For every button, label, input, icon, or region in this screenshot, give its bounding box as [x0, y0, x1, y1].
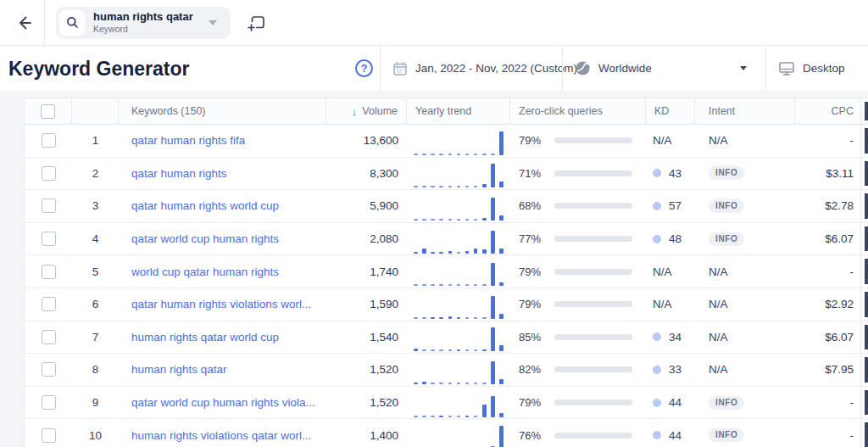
yearly-trend-cell [407, 190, 510, 222]
location-selector[interactable]: Worldwide [562, 46, 765, 91]
keyword-link[interactable]: qatar human rights world cup [131, 199, 279, 212]
keyword-link[interactable]: qatar human rights fifa [131, 134, 245, 147]
cutoff-column [861, 125, 868, 157]
table-row: 8human rights qatar1,52082%33N/A$7.95 [25, 354, 868, 387]
intent-column-header[interactable]: Intent [695, 98, 795, 124]
table-row: 9qatar world cup human rights viola...1,… [25, 387, 868, 420]
cpc-value: $2.92 [795, 288, 861, 321]
trend-bar [465, 317, 470, 319]
back-button[interactable] [7, 6, 41, 40]
row-checkbox[interactable] [42, 297, 56, 311]
trend-bar [439, 317, 443, 319]
volume-value: 8,300 [326, 158, 407, 190]
keyword-link[interactable]: qatar human rights violations worl... [131, 298, 311, 310]
date-range-selector[interactable]: Jan, 2022 - Nov, 2022 (Custom) [380, 46, 562, 91]
device-selector[interactable]: Desktop [765, 46, 868, 91]
trend-bar [439, 154, 443, 155]
volume-value: 5,900 [326, 190, 407, 222]
trend-bar [457, 252, 461, 254]
table-body: 1qatar human rights fifa13,60079%N/AN/A-… [25, 125, 868, 447]
row-checkbox[interactable] [42, 265, 56, 279]
zero-click-cell: 77% [510, 223, 646, 255]
keyword-cell: human rights qatar world cup [119, 321, 326, 354]
intent-cell: N/A [695, 255, 795, 288]
search-icon [59, 10, 85, 36]
trend-bar [414, 349, 418, 351]
trend-bar [439, 383, 443, 384]
row-checkbox[interactable] [42, 232, 56, 246]
yearly-trend-column-header[interactable]: Yearly trend [407, 98, 510, 124]
seed-keyword-text: human rights qatar [93, 11, 193, 24]
yearly-trend-sparkline [414, 293, 504, 319]
row-checkbox-cell [25, 158, 72, 190]
intent-cell: INFO [695, 419, 795, 447]
keyword-link[interactable]: human rights violations qatar worl... [131, 429, 311, 442]
volume-value: 1,590 [326, 288, 407, 321]
trend-bar [448, 186, 453, 187]
zero-click-column-header[interactable]: Zero-click queries [510, 98, 646, 124]
trend-bar [474, 154, 478, 155]
row-checkbox[interactable] [42, 428, 56, 443]
trend-bar [414, 186, 418, 187]
volume-column-header[interactable]: ↓ Volume [326, 98, 407, 124]
keyword-link[interactable]: human rights qatar [131, 363, 227, 376]
zero-click-percent: 79% [519, 265, 553, 278]
zero-click-bar [554, 433, 632, 439]
volume-value: 1,540 [326, 321, 407, 354]
trend-bar [414, 416, 418, 417]
trend-bar [499, 182, 504, 187]
date-range-label: Jan, 2022 - Nov, 2022 (Custom) [415, 62, 577, 75]
trend-bar [414, 219, 418, 221]
keyword-link[interactable]: qatar world cup human rights [131, 232, 279, 245]
row-checkbox[interactable] [42, 133, 56, 148]
yearly-trend-sparkline [414, 359, 504, 384]
trend-bar [439, 252, 443, 254]
seed-keyword-type: Keyword [93, 24, 193, 34]
add-to-list-icon [247, 13, 267, 33]
topbar-divider [44, 0, 45, 46]
kd-score-dot [653, 235, 661, 243]
row-checkbox[interactable] [42, 362, 56, 377]
row-checkbox[interactable] [42, 395, 56, 410]
keyword-cell: human rights violations qatar worl... [119, 419, 326, 447]
cpc-column-header[interactable]: CPC [795, 98, 861, 124]
zero-click-cell: 79% [510, 125, 646, 157]
row-checkbox-cell [25, 387, 72, 419]
cutoff-column [861, 223, 868, 255]
trend-bar [482, 284, 487, 286]
trend-bar [457, 383, 461, 384]
keywords-column-header[interactable]: Keywords (150) [119, 98, 326, 124]
volume-value: 1,400 [326, 419, 407, 447]
kd-cell: N/A [646, 255, 695, 288]
select-all-checkbox[interactable] [41, 104, 55, 119]
cpc-value: $3.11 [795, 158, 861, 190]
keyword-link[interactable]: world cup qatar human rights [131, 265, 279, 278]
zero-click-cell: 85% [510, 321, 646, 354]
zero-click-percent: 68% [519, 199, 553, 212]
add-to-keyword-list-button[interactable] [242, 8, 271, 37]
row-checkbox[interactable] [42, 330, 56, 344]
kd-value: N/A [653, 134, 672, 147]
trend-bar [465, 416, 470, 417]
trend-bar [474, 219, 478, 221]
table-row: 7human rights qatar world cup1,54085%34N… [25, 321, 868, 355]
zero-click-cell: 79% [510, 387, 646, 419]
row-checkbox[interactable] [42, 198, 56, 213]
zero-click-percent: 77% [519, 232, 553, 245]
keyword-link[interactable]: human rights qatar world cup [131, 331, 279, 344]
trend-bar [422, 349, 426, 351]
keyword-link[interactable]: qatar world cup human rights viola... [131, 396, 315, 409]
keyword-link[interactable]: qatar human rights [131, 167, 227, 180]
row-checkbox[interactable] [42, 166, 56, 181]
zero-click-bar [554, 170, 632, 176]
volume-value: 2,080 [326, 223, 407, 255]
intent-cell: INFO [695, 190, 795, 222]
seed-keyword-chip[interactable]: human rights qatar Keyword [56, 7, 231, 39]
page-title: Keyword Generator [8, 58, 189, 81]
help-icon[interactable]: ? [355, 59, 373, 77]
keyword-cell: qatar human rights world cup [119, 190, 326, 222]
kd-cell: 33 [646, 354, 695, 386]
trend-bar [439, 219, 443, 221]
kd-column-header[interactable]: KD [646, 98, 695, 124]
trend-bar [448, 316, 453, 319]
